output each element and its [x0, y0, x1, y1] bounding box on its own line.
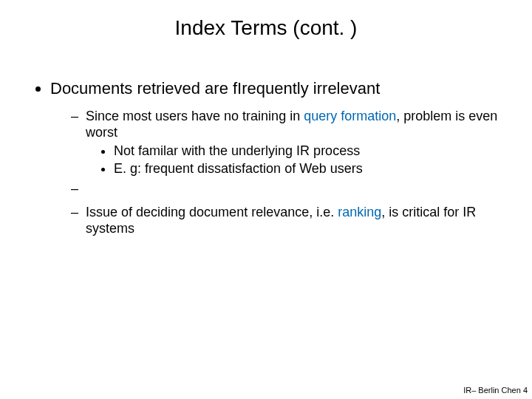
slide-title: Index Terms (cont. ) — [0, 16, 532, 40]
bullet-text: Not familar with the underlying IR proce… — [114, 143, 360, 158]
highlight-term: query formation — [304, 109, 396, 123]
slide-footer: IR– Berlin Chen 4 — [463, 386, 528, 395]
bullet-lvl1: Documents retrieved are fIrequently irre… — [50, 78, 511, 237]
slide-body: Documents retrieved are fIrequently irre… — [27, 78, 511, 242]
bullet-list-lvl2: Since most users have no training in que… — [50, 108, 511, 237]
bullet-text: Documents retrieved are fIrequently irre… — [50, 79, 380, 98]
spacer — [71, 180, 511, 201]
slide: Index Terms (cont. ) Documents retrieved… — [0, 0, 532, 399]
highlight-term: ranking — [338, 205, 381, 219]
bullet-lvl2: Issue of deciding document relevance, i.… — [71, 204, 511, 237]
bullet-list-lvl1: Documents retrieved are fIrequently irre… — [27, 78, 511, 237]
bullet-text-pre: Issue of deciding document relevance, i.… — [86, 205, 338, 219]
bullet-list-lvl3: Not familar with the underlying IR proce… — [86, 143, 511, 177]
bullet-text: E. g: frequent dissatisfaction of Web us… — [114, 161, 363, 176]
bullet-lvl2: Since most users have no training in que… — [71, 108, 511, 177]
bullet-lvl3: E. g: frequent dissatisfaction of Web us… — [114, 160, 511, 177]
bullet-text-pre: Since most users have no training in — [86, 109, 304, 123]
bullet-lvl3: Not familar with the underlying IR proce… — [114, 143, 511, 160]
